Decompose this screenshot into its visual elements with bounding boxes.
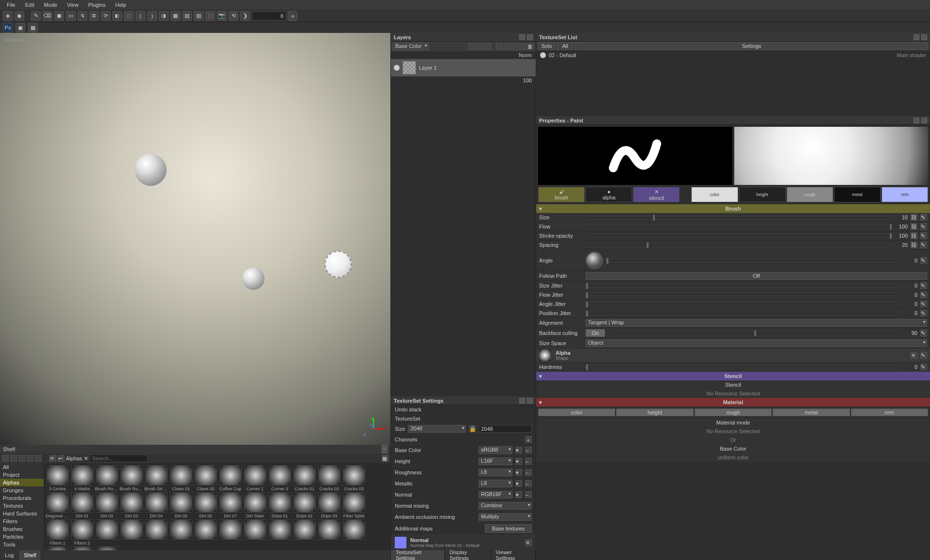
size-dropdown[interactable]: 2048: [408, 425, 466, 433]
shelf-item[interactable]: [95, 519, 119, 545]
shelf-item[interactable]: [144, 519, 168, 545]
shelf-item[interactable]: Claws 01: [169, 465, 193, 491]
shelf-category[interactable]: Procedurals: [0, 494, 44, 502]
jitter-slider[interactable]: [586, 285, 900, 287]
follow-path-toggle[interactable]: Off: [586, 272, 927, 280]
toolbar-value-field[interactable]: [252, 12, 286, 20]
shelf-item[interactable]: Diagonal Dri...: [46, 492, 69, 518]
shelf-category[interactable]: Filters: [0, 517, 44, 525]
tool-btn-14[interactable]: ◑: [159, 11, 169, 21]
jitter-slider[interactable]: [586, 312, 900, 314]
shelf-item[interactable]: Dirt Stain: [243, 492, 267, 518]
tsetlist-close-icon[interactable]: [921, 34, 927, 40]
mode-alpha[interactable]: ●alpha: [586, 187, 632, 202]
photoshop-icon[interactable]: Ps: [3, 23, 13, 32]
alignment-dropdown[interactable]: Tangent | Wrap: [586, 319, 927, 327]
shelf-item[interactable]: Fibers 2: [70, 519, 94, 545]
shelf-item[interactable]: [218, 519, 242, 545]
solo-button[interactable]: Solo: [538, 42, 555, 50]
mat-color[interactable]: color: [538, 409, 615, 416]
shelf-item[interactable]: Cracks 02: [317, 465, 341, 491]
props-min-icon[interactable]: [914, 118, 919, 123]
prop-link-icon[interactable]: ⛓: [911, 232, 917, 239]
shelf-item[interactable]: [95, 546, 119, 550]
tab-viewer-settings[interactable]: Viewer Settings: [491, 550, 536, 560]
shelf-category[interactable]: Project: [0, 471, 44, 479]
layers-close-icon[interactable]: [527, 34, 533, 40]
shelf-view-icon[interactable]: ▦: [382, 455, 388, 462]
all-button[interactable]: All: [557, 42, 574, 50]
channel-opt-icon[interactable]: ▾: [515, 458, 522, 465]
shelf-item[interactable]: Brush Strok...: [144, 465, 168, 491]
prop-edit-icon[interactable]: ✎: [920, 223, 927, 230]
layers-channel-dropdown[interactable]: Base Color: [393, 43, 429, 50]
layer-name[interactable]: Layer 1: [419, 65, 437, 71]
tset-close-icon[interactable]: [527, 398, 533, 404]
mode-stencil[interactable]: ✕stencil: [633, 187, 680, 202]
shelf-item[interactable]: [317, 519, 341, 545]
shelf-category[interactable]: Brushes: [0, 525, 44, 533]
hardness-slider[interactable]: [586, 366, 900, 368]
prop-slider[interactable]: [586, 216, 890, 218]
shelf-item[interactable]: [194, 519, 217, 545]
tool-btn-18[interactable]: ⬚: [205, 11, 215, 21]
backface-toggle[interactable]: On: [586, 329, 605, 337]
shelf-item[interactable]: Brush Rotat...: [120, 465, 143, 491]
shelf-item[interactable]: Brush Rotat...: [95, 465, 119, 491]
jitter-edit-icon[interactable]: ✎: [920, 310, 927, 317]
shelf-item[interactable]: Dirt 06: [194, 492, 217, 518]
prop-edit-icon[interactable]: ✎: [920, 214, 927, 221]
chan-nrm[interactable]: nrm: [882, 187, 928, 202]
tool-btn-1[interactable]: ◈: [3, 11, 13, 21]
layer-row[interactable]: Layer 1: [391, 59, 536, 76]
tool-btn-16[interactable]: ▧: [182, 11, 192, 21]
shelf-tb-1[interactable]: [2, 455, 9, 462]
brush-section-header[interactable]: ▾Brush: [536, 204, 930, 213]
channel-remove-icon[interactable]: –: [525, 447, 532, 454]
jitter-edit-icon[interactable]: ✎: [920, 282, 927, 289]
menu-mode[interactable]: Mode: [39, 2, 62, 8]
channel-opt-icon[interactable]: ▾: [515, 480, 522, 487]
layer-visibility-icon[interactable]: [394, 65, 400, 71]
shelf-tb-3[interactable]: [18, 455, 25, 462]
menu-view[interactable]: View: [62, 2, 83, 8]
jitter-slider[interactable]: [586, 303, 900, 305]
tab-log[interactable]: Log: [0, 550, 19, 560]
stencil-section-header[interactable]: ▾Stencil: [536, 372, 930, 380]
shelf-item[interactable]: [120, 519, 143, 545]
layers-tool-4[interactable]: [496, 43, 503, 50]
shelf-item[interactable]: Dirt 02: [95, 492, 119, 518]
shelf-item[interactable]: Claws 02: [194, 465, 217, 491]
channel-opt-icon[interactable]: ▾: [515, 447, 522, 454]
prop-slider[interactable]: [586, 226, 890, 227]
polyfill-tool-icon[interactable]: ▭: [66, 11, 76, 21]
tool-btn-12[interactable]: (: [136, 11, 145, 21]
delete-icon[interactable]: 🗑: [527, 43, 534, 50]
shelf-item[interactable]: Drips 03: [317, 492, 341, 518]
shelf-item[interactable]: [46, 546, 69, 550]
tool-btn-11[interactable]: ◌: [124, 11, 134, 21]
camera-icon[interactable]: 📷: [217, 11, 227, 21]
undo-stack-row[interactable]: Undo stack: [391, 405, 536, 414]
menu-edit[interactable]: Edit: [20, 2, 39, 8]
prop-link-icon[interactable]: ⛓: [911, 223, 917, 230]
layers-tool-6[interactable]: [512, 43, 518, 50]
mat-nrm[interactable]: nrm: [851, 409, 928, 416]
shelf-item[interactable]: Drips 02: [293, 492, 316, 518]
shelf-item[interactable]: [169, 519, 193, 545]
shelf-category[interactable]: Textures: [0, 502, 44, 510]
layers-tool-5[interactable]: [504, 43, 511, 50]
channel-format-dropdown[interactable]: RGB16F: [479, 491, 512, 499]
shelf-category[interactable]: All: [0, 463, 44, 471]
jitter-edit-icon[interactable]: ✎: [920, 301, 927, 307]
projection-tool-icon[interactable]: ▣: [54, 11, 64, 21]
layers-tool-1[interactable]: [469, 43, 476, 50]
shelf-item[interactable]: 4 Marks: [70, 465, 94, 491]
prop-link-icon[interactable]: ⛓: [911, 242, 917, 248]
shelf-refresh-icon[interactable]: ⟳: [49, 455, 56, 462]
tool-btn-2[interactable]: ◉: [15, 11, 24, 21]
angle-edit-icon[interactable]: ✎: [920, 257, 927, 264]
tset-list-item[interactable]: 02 - Default Main shader: [536, 50, 930, 60]
angle-slider[interactable]: [606, 259, 900, 261]
tool-btn-10[interactable]: ◐: [112, 11, 122, 21]
